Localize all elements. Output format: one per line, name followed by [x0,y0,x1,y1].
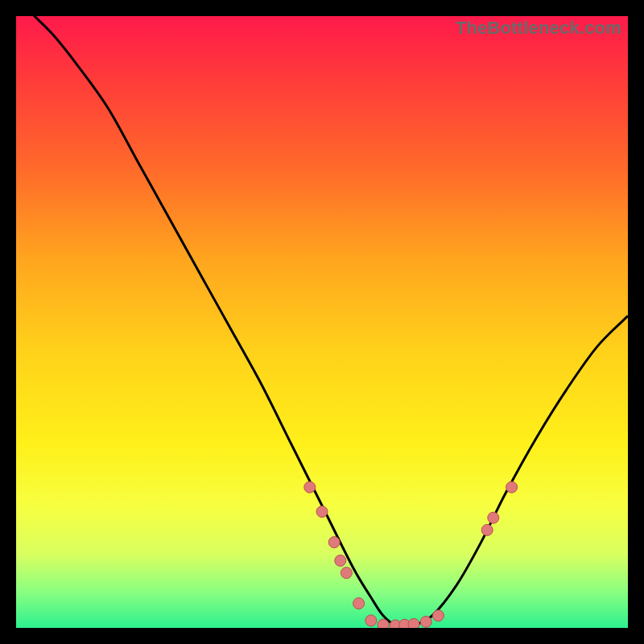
data-point [506,481,518,493]
data-point [335,555,346,566]
data-points [304,481,518,628]
data-point [353,598,365,609]
data-point [488,512,499,523]
data-point [408,618,419,628]
data-point [420,616,431,627]
bottleneck-curve [16,16,628,626]
data-point [304,481,316,493]
data-point [328,537,340,548]
data-point [316,506,328,518]
data-point [432,610,444,621]
data-point [481,524,493,535]
data-point [378,619,389,628]
data-point [365,615,377,626]
curve-layer [16,16,628,628]
data-point [341,568,352,579]
plot-area: TheBottleneck.com [16,16,628,628]
chart-frame: TheBottleneck.com [0,0,644,644]
